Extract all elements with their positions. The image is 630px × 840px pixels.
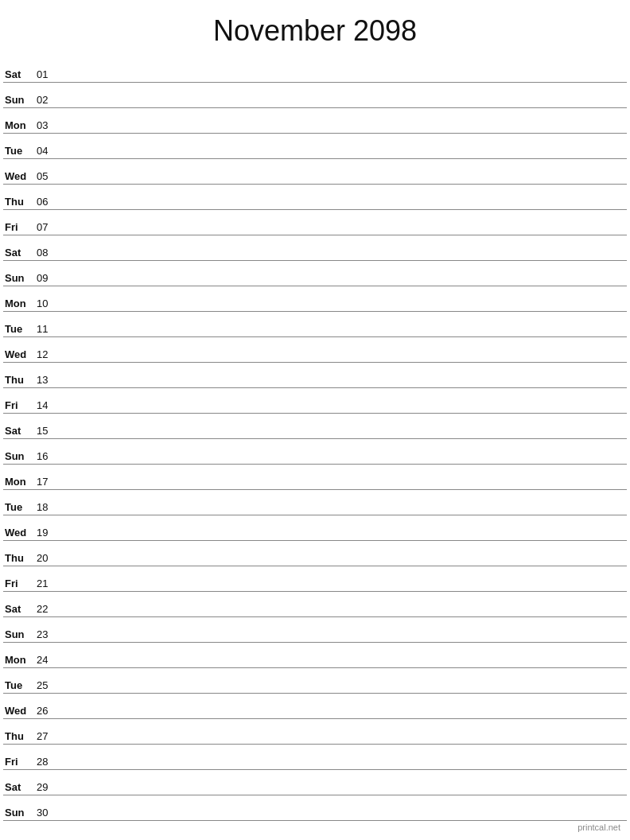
page-title: November 2098 xyxy=(0,0,630,57)
calendar-row: Tue25 xyxy=(3,668,627,694)
day-name: Mon xyxy=(3,298,37,309)
day-name: Sun xyxy=(3,628,37,640)
day-lines xyxy=(60,638,627,640)
day-number: 02 xyxy=(37,94,60,106)
calendar-row: Sun16 xyxy=(3,439,627,465)
day-number: 21 xyxy=(37,578,60,589)
calendar-row: Mon24 xyxy=(3,643,627,668)
calendar-row: Sun02 xyxy=(3,83,627,108)
day-lines xyxy=(60,129,627,131)
day-lines xyxy=(60,154,627,157)
day-number: 12 xyxy=(37,348,60,360)
day-name: Sun xyxy=(3,450,37,462)
calendar-row: Sun09 xyxy=(3,261,627,286)
calendar-row: Sat22 xyxy=(3,592,627,617)
footer-text: printcal.net xyxy=(578,822,620,832)
day-lines xyxy=(60,205,627,208)
day-lines xyxy=(60,740,627,742)
day-lines xyxy=(60,383,627,386)
day-name: Mon xyxy=(3,654,37,666)
day-name: Mon xyxy=(3,476,37,488)
day-number: 20 xyxy=(37,552,60,564)
calendar-row: Sat15 xyxy=(3,414,627,439)
day-name: Thu xyxy=(3,374,37,386)
day-lines xyxy=(60,714,627,717)
day-lines xyxy=(60,612,627,615)
day-number: 28 xyxy=(37,756,60,768)
day-name: Wed xyxy=(3,348,37,360)
day-number: 14 xyxy=(37,399,60,411)
day-lines xyxy=(60,231,627,233)
calendar-row: Sat01 xyxy=(3,57,627,83)
day-lines xyxy=(60,358,627,360)
day-number: 17 xyxy=(37,476,60,488)
day-name: Mon xyxy=(3,119,37,131)
day-name: Sat xyxy=(3,68,37,80)
calendar-row: Tue04 xyxy=(3,134,627,159)
day-lines xyxy=(60,180,627,182)
calendar-row: Thu20 xyxy=(3,541,627,566)
day-lines xyxy=(60,765,627,768)
calendar-row: Sat29 xyxy=(3,770,627,795)
day-lines xyxy=(60,282,627,284)
day-lines xyxy=(60,485,627,488)
day-number: 11 xyxy=(37,323,60,335)
calendar-row: Fri07 xyxy=(3,210,627,235)
day-number: 30 xyxy=(37,807,60,819)
calendar-row: Fri14 xyxy=(3,388,627,414)
day-number: 27 xyxy=(37,730,60,742)
day-number: 01 xyxy=(37,68,60,80)
day-number: 13 xyxy=(37,374,60,386)
day-name: Thu xyxy=(3,196,37,208)
day-number: 18 xyxy=(37,501,60,513)
day-name: Thu xyxy=(3,730,37,742)
day-name: Fri xyxy=(3,756,37,768)
day-name: Sat xyxy=(3,781,37,793)
day-lines xyxy=(60,663,627,666)
day-lines xyxy=(60,562,627,564)
day-number: 03 xyxy=(37,119,60,131)
day-name: Tue xyxy=(3,323,37,335)
day-name: Tue xyxy=(3,501,37,513)
day-name: Thu xyxy=(3,552,37,564)
day-lines xyxy=(60,536,627,539)
day-name: Wed xyxy=(3,705,37,717)
day-lines xyxy=(60,791,627,793)
day-lines xyxy=(60,409,627,411)
day-number: 08 xyxy=(37,247,60,259)
day-name: Sun xyxy=(3,272,37,284)
day-lines xyxy=(60,434,627,437)
day-lines xyxy=(60,816,627,819)
calendar-row: Sun23 xyxy=(3,617,627,643)
day-lines xyxy=(60,332,627,335)
day-number: 10 xyxy=(37,298,60,309)
day-name: Sun xyxy=(3,94,37,106)
calendar-row: Mon17 xyxy=(3,465,627,490)
day-name: Sat xyxy=(3,425,37,437)
day-number: 06 xyxy=(37,196,60,208)
day-lines xyxy=(60,256,627,259)
day-name: Fri xyxy=(3,399,37,411)
calendar-row: Wed05 xyxy=(3,159,627,185)
calendar-row: Fri28 xyxy=(3,745,627,770)
day-number: 09 xyxy=(37,272,60,284)
calendar-row: Tue18 xyxy=(3,490,627,515)
day-lines xyxy=(60,78,627,80)
day-lines xyxy=(60,587,627,589)
day-number: 05 xyxy=(37,170,60,182)
day-name: Tue xyxy=(3,145,37,157)
day-number: 23 xyxy=(37,628,60,640)
day-number: 04 xyxy=(37,145,60,157)
calendar-row: Wed19 xyxy=(3,515,627,541)
day-name: Fri xyxy=(3,221,37,233)
day-number: 22 xyxy=(37,603,60,615)
calendar-row: Mon10 xyxy=(3,286,627,312)
calendar-row: Thu13 xyxy=(3,363,627,388)
calendar-row: Wed26 xyxy=(3,694,627,719)
day-number: 25 xyxy=(37,679,60,691)
day-lines xyxy=(60,103,627,106)
day-name: Sat xyxy=(3,247,37,259)
day-name: Fri xyxy=(3,578,37,589)
calendar-row: Thu06 xyxy=(3,185,627,210)
day-number: 15 xyxy=(37,425,60,437)
